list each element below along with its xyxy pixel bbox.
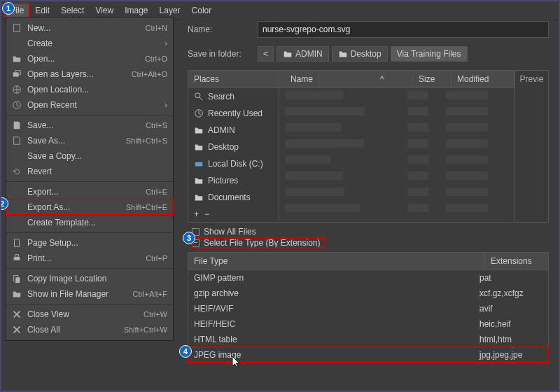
x-icon <box>12 325 22 335</box>
menu-view[interactable]: View <box>90 4 118 17</box>
file-row[interactable] <box>279 88 514 104</box>
menu-item-save-[interactable]: Save...Ctrl+S <box>6 118 173 133</box>
svg-rect-9 <box>15 277 20 283</box>
globe-icon <box>12 85 22 94</box>
menu-image[interactable]: Image <box>120 4 153 17</box>
revert-icon <box>12 167 22 176</box>
menu-item-open-location-[interactable]: Open Location... <box>6 82 173 97</box>
file-row[interactable] <box>279 136 514 153</box>
annotation-4: 4 <box>179 345 192 358</box>
col-modified[interactable]: Modified <box>451 71 514 88</box>
col-file-type: File Type <box>188 253 485 270</box>
col-name[interactable]: Name ^ <box>279 71 413 88</box>
filename-input[interactable] <box>258 21 549 38</box>
menu-item-print-[interactable]: Print...Ctrl+P <box>6 251 173 266</box>
folder-icon <box>12 289 22 299</box>
menu-item-export-[interactable]: Export...Ctrl+E <box>6 184 173 200</box>
x-icon <box>12 309 22 319</box>
svg-rect-0 <box>14 24 20 32</box>
menu-item-revert[interactable]: Revert <box>6 164 173 179</box>
menu-item-create[interactable]: Create› <box>6 36 173 51</box>
filetype-gzip-archive[interactable]: gzip archivexcf.gz,xcfgz <box>188 286 548 301</box>
filetype-gimp-pattern[interactable]: GIMP patternpat <box>188 270 548 286</box>
blank-icon <box>12 187 22 197</box>
new-icon <box>12 23 22 33</box>
file-browser: Places Search Recently Used ADMIN Deskto… <box>188 70 549 223</box>
file-row[interactable] <box>279 120 514 136</box>
svg-rect-12 <box>195 162 203 166</box>
menu-edit[interactable]: Edit <box>30 4 55 17</box>
places-panel: Places Search Recently Used ADMIN Deskto… <box>188 71 279 222</box>
crumb-desktop[interactable]: Desktop <box>332 46 388 62</box>
preview-panel: Previe <box>514 71 548 222</box>
place-documents[interactable]: Documents <box>188 189 279 206</box>
file-row[interactable] <box>279 104 514 120</box>
menu-item-export-as-[interactable]: Export As...Shift+Ctrl+E2 <box>6 200 173 215</box>
annotation-3: 3 <box>183 232 195 244</box>
svg-rect-6 <box>14 257 20 260</box>
file-type-table: File Type Extensions GIMP patternpatgzip… <box>188 252 549 363</box>
save-icon <box>12 120 22 130</box>
menu-item-page-setup-[interactable]: Page Setup... <box>6 235 173 251</box>
blank-icon <box>12 202 22 212</box>
file-row[interactable] <box>279 169 514 185</box>
blank-icon <box>12 151 22 161</box>
col-size[interactable]: Size <box>413 71 451 88</box>
col-extensions: Extensions <box>485 253 548 270</box>
filetype-jpeg-image[interactable]: JPEG imagejpg,jpeg,jpe4 <box>188 347 548 363</box>
menu-item-open-as-layers-[interactable]: Open as Layers...Ctrl+Alt+O <box>6 66 173 82</box>
place-recently-used[interactable]: Recently Used <box>188 105 279 122</box>
menu-item-create-template-[interactable]: Create Template... <box>6 215 173 230</box>
menu-color[interactable]: Color <box>187 4 217 17</box>
place-local-disk-c-[interactable]: Local Disk (C:) <box>188 155 279 172</box>
menu-item-close-view[interactable]: Close ViewCtrl+W <box>6 307 173 322</box>
save-in-folder-label: Save in folder: <box>188 49 251 59</box>
file-row[interactable] <box>279 153 514 169</box>
svg-point-10 <box>195 93 200 98</box>
filetype-heif-heic[interactable]: HEIF/HEICheic,heif <box>188 316 548 332</box>
name-label: Name: <box>188 24 251 34</box>
svg-rect-5 <box>15 239 20 247</box>
place-pictures[interactable]: Pictures <box>188 172 279 189</box>
file-row[interactable] <box>279 185 514 201</box>
menu-layer[interactable]: Layer <box>155 4 186 17</box>
place-desktop[interactable]: Desktop <box>188 139 279 155</box>
menu-item-show-in-file-manager[interactable]: Show in File ManagerCtrl+Alt+F <box>6 286 173 302</box>
place-search[interactable]: Search <box>188 88 279 105</box>
menu-item-close-all[interactable]: Close AllShift+Ctrl+W <box>6 322 173 337</box>
menu-item-save-a-copy-[interactable]: Save a Copy... <box>6 148 173 164</box>
copy-icon <box>12 274 22 284</box>
menu-item-new-[interactable]: New...Ctrl+N <box>6 20 173 36</box>
nav-back[interactable]: < <box>258 46 274 62</box>
blank-icon <box>12 218 22 227</box>
crumb-via-training-files[interactable]: Via Training Files <box>391 46 468 62</box>
files-panel: Name ^ Size Modified <box>279 71 514 222</box>
select-file-type-toggle[interactable]: −Select File Type (By Extension) 3 <box>192 238 325 248</box>
layers-icon <box>12 69 22 79</box>
export-dialog: Name: Save in folder: < ADMINDesktopVia … <box>182 17 554 386</box>
menu-item-open-[interactable]: Open...Ctrl+O <box>6 51 173 66</box>
recent-icon <box>12 100 22 110</box>
blank-icon <box>12 38 22 48</box>
places-header: Places <box>188 71 279 88</box>
breadcrumb: < ADMINDesktopVia Training Files <box>258 46 468 62</box>
mouse-cursor-icon <box>232 356 242 366</box>
place-admin[interactable]: ADMIN <box>188 122 279 139</box>
menu-item-copy-image-location[interactable]: Copy Image Location <box>6 271 173 286</box>
file-menu-dropdown: New...Ctrl+NCreate›Open...Ctrl+OOpen as … <box>6 17 174 341</box>
page-icon <box>12 238 22 248</box>
menu-item-save-as-[interactable]: Save As...Shift+Ctrl+S <box>6 133 173 148</box>
annotation-1: 1 <box>2 2 15 15</box>
menu-select[interactable]: Select <box>56 4 89 17</box>
places-add-remove[interactable]: +− <box>188 206 279 222</box>
open-icon <box>12 54 22 64</box>
filetype-heif-avif[interactable]: HEIF/AVIFavif <box>188 301 548 316</box>
menu-item-open-recent[interactable]: Open Recent› <box>6 97 173 113</box>
annotation-2: 2 <box>0 197 8 210</box>
show-all-files-checkbox[interactable]: Show All Files <box>192 227 545 237</box>
crumb-admin[interactable]: ADMIN <box>276 46 329 62</box>
file-row[interactable] <box>279 201 514 217</box>
print-icon <box>12 253 22 263</box>
filetype-html-table[interactable]: HTML tablehtml,htm <box>188 332 548 347</box>
svg-rect-7 <box>15 255 18 258</box>
